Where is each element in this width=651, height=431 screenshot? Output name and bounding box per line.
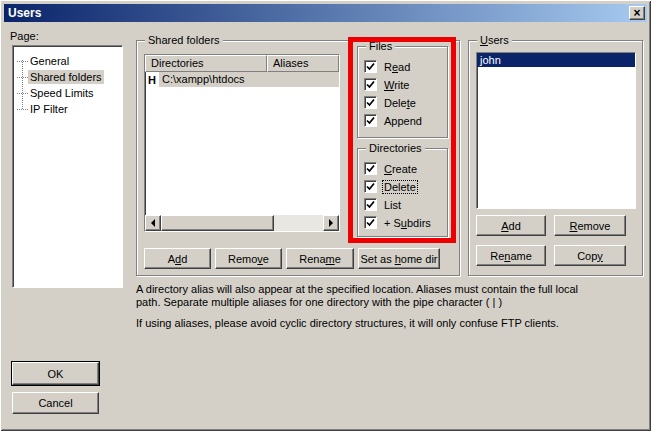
page-item-shared-folders[interactable]: Shared folders (13, 69, 122, 85)
page-label: Page: (10, 30, 39, 42)
read-permission: Read (364, 59, 411, 74)
list-label: List (383, 199, 402, 211)
directories-group-label: Directories (366, 142, 425, 154)
help-line: A directory alias will also appear at th… (136, 283, 646, 296)
check-icon (366, 200, 375, 209)
column-label: Aliases (273, 57, 308, 69)
subdirs-checkbox[interactable] (364, 216, 377, 229)
button-label: Rename (490, 250, 532, 262)
ok-button[interactable]: OK (12, 362, 99, 385)
button-label: Add (501, 220, 521, 232)
user-remove-button[interactable]: Remove (554, 215, 626, 236)
check-icon (366, 80, 375, 89)
button-label: Remove (570, 220, 611, 232)
append-permission: Append (364, 113, 423, 128)
directory-path: C:\xampp\htdocs (159, 72, 339, 87)
button-label: Cancel (38, 397, 72, 409)
close-button[interactable]: × (629, 6, 645, 20)
home-dir-flag: H (145, 74, 159, 86)
tree-connector-line (22, 60, 23, 109)
file-delete-checkbox[interactable] (364, 96, 377, 109)
directory-row[interactable]: H C:\xampp\htdocs (145, 72, 339, 87)
shared-folders-group-label: Shared folders (145, 34, 223, 46)
create-checkbox[interactable] (364, 162, 377, 175)
page-item-label: IP Filter (28, 102, 70, 116)
check-icon (366, 98, 375, 107)
button-label: Set as home dir (360, 253, 437, 265)
scrollbar-thumb[interactable] (161, 215, 274, 231)
help-line: If using aliases, please avoid cyclic di… (136, 317, 646, 330)
alias-help-text: A directory alias will also appear at th… (136, 283, 646, 330)
button-label: OK (48, 368, 64, 380)
column-header-aliases[interactable]: Aliases (267, 55, 339, 72)
check-icon (366, 182, 375, 191)
dir-delete-label: Delete (383, 181, 417, 193)
user-row-selected[interactable]: john (477, 53, 635, 67)
dir-delete-permission: Delete (364, 179, 417, 194)
list-permission: List (364, 197, 402, 212)
check-icon (366, 164, 375, 173)
read-checkbox[interactable] (364, 60, 377, 73)
scroll-right-button[interactable] (323, 215, 339, 231)
button-label: Remove (228, 253, 269, 265)
directories-list[interactable]: Directories Aliases H C:\xampp\htdocs (144, 54, 340, 232)
users-group-label: Users (477, 34, 512, 46)
subdirs-permission: + Subdirs (364, 215, 432, 230)
file-delete-label: Delete (383, 97, 417, 109)
create-permission: Create (364, 161, 418, 176)
cancel-button[interactable]: Cancel (12, 392, 99, 414)
help-line: path. Separate multiple aliases for one … (136, 296, 646, 309)
arrow-right-icon (329, 219, 337, 227)
page-item-general[interactable]: General (13, 53, 122, 69)
write-checkbox[interactable] (364, 78, 377, 91)
folder-add-button[interactable]: Add (144, 248, 211, 269)
read-label: Read (383, 61, 411, 73)
subdirs-label: + Subdirs (383, 217, 432, 229)
set-as-home-dir-button[interactable]: Set as home dir (358, 248, 440, 269)
horizontal-scrollbar[interactable] (145, 215, 339, 231)
button-label: Rename (299, 253, 341, 265)
arrow-left-icon (147, 219, 155, 227)
scroll-left-button[interactable] (145, 215, 161, 231)
users-list[interactable]: john (476, 52, 636, 209)
check-icon (366, 218, 375, 227)
button-label: Copy (577, 250, 603, 262)
column-label: Directories (151, 57, 204, 69)
page-item-ip-filter[interactable]: IP Filter (13, 101, 122, 117)
file-delete-permission: Delete (364, 95, 417, 110)
user-copy-button[interactable]: Copy (554, 245, 626, 266)
title-bar[interactable]: Users × (4, 4, 647, 22)
append-label: Append (383, 115, 423, 127)
page-item-label-selected: Shared folders (28, 70, 104, 84)
list-checkbox[interactable] (364, 198, 377, 211)
write-permission: Write (364, 77, 410, 92)
append-checkbox[interactable] (364, 114, 377, 127)
write-label: Write (383, 79, 410, 91)
column-header-directories[interactable]: Directories (145, 55, 267, 72)
folder-remove-button[interactable]: Remove (215, 248, 282, 269)
create-label: Create (383, 163, 418, 175)
window-title: Users (4, 6, 629, 20)
page-item-label: General (28, 54, 71, 68)
files-group-label: Files (366, 40, 395, 52)
folder-rename-button[interactable]: Rename (286, 248, 354, 269)
check-icon (366, 116, 375, 125)
users-dialog: Users × Page: General Shared folders Spe… (0, 0, 651, 431)
dir-delete-checkbox[interactable] (364, 180, 377, 193)
user-add-button[interactable]: Add (476, 215, 546, 236)
page-list[interactable]: General Shared folders Speed Limits IP F… (12, 45, 123, 288)
list-header: Directories Aliases (145, 55, 339, 72)
button-label: Add (168, 253, 188, 265)
page-item-label: Speed Limits (28, 86, 96, 100)
close-icon: × (633, 8, 640, 18)
check-icon (366, 62, 375, 71)
user-rename-button[interactable]: Rename (476, 245, 546, 266)
page-item-speed-limits[interactable]: Speed Limits (13, 85, 122, 101)
